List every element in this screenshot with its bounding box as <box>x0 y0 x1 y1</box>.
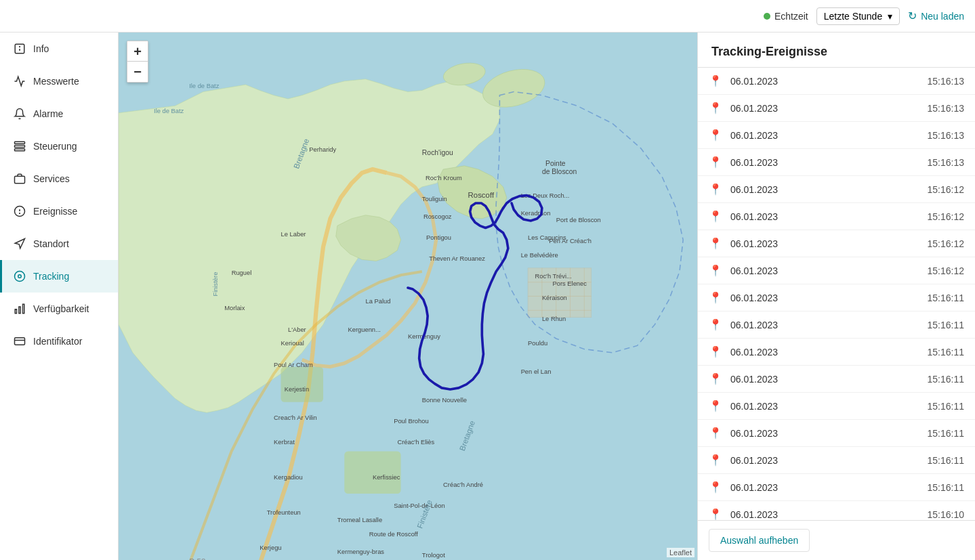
svg-text:Roc'h Trévi...: Roc'h Trévi... <box>535 273 571 280</box>
tracking-date: 06.01.2023 <box>730 238 919 249</box>
sliders-icon <box>13 139 26 153</box>
tracking-row[interactable]: 📍06.01.202315:16:12 <box>698 176 975 203</box>
tracking-row[interactable]: 📍06.01.202315:16:11 <box>698 311 975 339</box>
tracking-date: 06.01.2023 <box>730 455 919 466</box>
bell-icon <box>13 107 26 121</box>
svg-text:Perharidy: Perharidy <box>309 146 336 153</box>
tracking-row[interactable]: 📍06.01.202315:16:12 <box>698 257 975 284</box>
map-controls: + − <box>127 41 148 83</box>
svg-text:Poul Ar Cham: Poul Ar Cham <box>274 362 313 368</box>
tracking-row[interactable]: 📍06.01.202315:16:11 <box>698 474 975 501</box>
sidebar-item-identifikator[interactable]: Identifikator <box>0 325 118 358</box>
tracking-row[interactable]: 📍06.01.202315:16:11 <box>698 393 975 420</box>
main-layout: Info Messwerte Alarme Steuerung Services <box>0 33 975 560</box>
tracking-panel-footer: Auswahl aufheben <box>698 520 975 560</box>
svg-text:Pontigou: Pontigou <box>426 234 451 241</box>
svg-rect-6 <box>15 176 25 184</box>
tracking-row[interactable]: 📍06.01.202315:16:11 <box>698 366 975 393</box>
tracking-row[interactable]: 📍06.01.202315:16:10 <box>698 501 975 520</box>
sidebar-item-services[interactable]: Services <box>0 163 118 195</box>
svg-text:Kermenguy-bras: Kermenguy-bras <box>337 548 385 555</box>
tracking-time: 15:16:11 <box>928 374 965 385</box>
tracking-time: 15:16:12 <box>928 238 965 249</box>
realtime-dot <box>764 13 770 20</box>
svg-text:Créac'h André: Créac'h André <box>443 481 483 488</box>
tracking-event-list: 📍06.01.202315:16:13📍06.01.202315:16:13📍0… <box>698 68 975 520</box>
tracking-time: 15:16:11 <box>928 293 965 303</box>
reload-button[interactable]: ↻ Neu laden <box>908 9 964 22</box>
svg-text:Kerbrat: Kerbrat <box>274 439 295 446</box>
pin-icon: 📍 <box>709 400 722 412</box>
svg-marker-10 <box>15 239 24 249</box>
svg-text:Ruguel: Ruguel <box>232 270 252 276</box>
tracking-row[interactable]: 📍06.01.202315:16:12 <box>698 230 975 257</box>
zoom-out-button[interactable]: − <box>127 62 148 82</box>
svg-text:Roc'h Kroum: Roc'h Kroum <box>426 175 462 181</box>
tracking-row[interactable]: 📍06.01.202315:16:13 <box>698 149 975 176</box>
tracking-time: 15:16:13 <box>928 76 965 87</box>
tracking-row[interactable]: 📍06.01.202315:16:11 <box>698 420 975 447</box>
svg-text:Trofeunteun: Trofeunteun <box>267 509 301 516</box>
sidebar-label-identifikator: Identifikator <box>33 336 82 347</box>
svg-text:Ile de Batz: Ile de Batz <box>189 83 220 89</box>
pin-icon: 📍 <box>709 210 722 223</box>
svg-text:Roscoff: Roscoff <box>468 191 495 199</box>
tracking-date: 06.01.2023 <box>730 130 919 141</box>
tracking-date: 06.01.2023 <box>730 265 919 276</box>
location-icon <box>13 237 26 251</box>
svg-rect-3 <box>15 142 25 144</box>
tracking-row[interactable]: 📍06.01.202315:16:13 <box>698 95 975 122</box>
svg-text:Creac'h Ar Vilin: Creac'h Ar Vilin <box>274 414 317 421</box>
sidebar-item-steuerung[interactable]: Steuerung <box>0 130 118 163</box>
sidebar-label-info: Info <box>33 43 49 54</box>
tracking-date: 06.01.2023 <box>730 320 919 330</box>
sidebar-item-standort[interactable]: Standort <box>0 228 118 260</box>
svg-text:Créac'h Eliès: Créac'h Eliès <box>397 439 434 446</box>
realtime-label: Echtzeit <box>774 11 808 22</box>
pin-icon: 📍 <box>709 129 722 142</box>
pin-icon: 📍 <box>709 481 722 494</box>
svg-rect-5 <box>15 149 25 151</box>
svg-text:Pouldu: Pouldu <box>528 340 547 347</box>
topbar: Echtzeit Letzte Stunde ▾ ↻ Neu laden <box>0 0 975 33</box>
sidebar-label-steuerung: Steuerung <box>33 141 77 152</box>
reload-label: Neu laden <box>921 11 964 22</box>
tracking-time: 15:16:12 <box>928 184 965 195</box>
sidebar-label-services: Services <box>33 173 70 184</box>
svg-text:Kerjestin: Kerjestin <box>285 386 309 393</box>
zoom-in-button[interactable]: + <box>127 41 148 62</box>
svg-point-12 <box>18 275 22 278</box>
sidebar-label-alarme: Alarme <box>33 108 63 119</box>
tracking-time: 15:16:11 <box>928 428 965 439</box>
tracking-date: 06.01.2023 <box>730 401 919 412</box>
svg-text:Touliguin: Touliguin <box>422 196 447 202</box>
sidebar-item-ereignisse[interactable]: Ereignisse <box>0 195 118 228</box>
sidebar-item-info[interactable]: Info <box>0 33 118 65</box>
sidebar-label-ereignisse: Ereignisse <box>33 206 77 217</box>
tracking-row[interactable]: 📍06.01.202315:16:13 <box>698 122 975 149</box>
time-range-dropdown[interactable]: Letzte Stunde ▾ <box>816 7 900 25</box>
map-container[interactable]: Roscoff Roch'igou Roc'h Kroum Touliguin … <box>119 33 697 560</box>
tracking-time: 15:16:10 <box>928 509 965 520</box>
tracking-row[interactable]: 📍06.01.202315:16:12 <box>698 203 975 230</box>
pin-icon: 📍 <box>709 318 722 331</box>
tracking-row[interactable]: 📍06.01.202315:16:11 <box>698 284 975 311</box>
svg-rect-15 <box>15 309 16 314</box>
sidebar-item-verfuegbarkeit[interactable]: Verfügbarkeit <box>0 293 118 325</box>
tracking-date: 06.01.2023 <box>730 157 919 168</box>
tracking-row[interactable]: 📍06.01.202315:16:11 <box>698 339 975 366</box>
svg-text:D 58: D 58 <box>189 557 205 560</box>
tracking-panel: Tracking-Ereignisse 📍06.01.202315:16:13📍… <box>697 33 975 560</box>
svg-rect-21 <box>344 452 400 494</box>
svg-text:Bonne Nouvelle: Bonne Nouvelle <box>422 397 467 404</box>
deselect-button[interactable]: Auswahl aufheben <box>709 529 810 552</box>
svg-text:Pointe: Pointe <box>545 160 566 167</box>
tracking-row[interactable]: 📍06.01.202315:16:13 <box>698 68 975 95</box>
sidebar-item-alarme[interactable]: Alarme <box>0 98 118 130</box>
sidebar-label-verfuegbarkeit: Verfügbarkeit <box>33 303 89 314</box>
sidebar-item-messwerte[interactable]: Messwerte <box>0 65 118 98</box>
svg-point-11 <box>15 272 25 282</box>
tracking-time: 15:16:11 <box>928 482 965 493</box>
sidebar-item-tracking[interactable]: Tracking <box>0 260 118 293</box>
tracking-row[interactable]: 📍06.01.202315:16:11 <box>698 447 975 474</box>
